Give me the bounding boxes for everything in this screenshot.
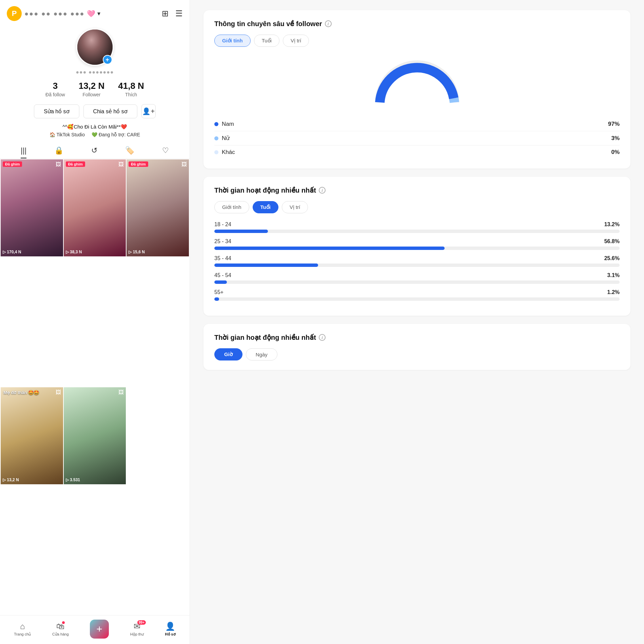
gender-name-nu: Nữ [222, 135, 230, 142]
nav-profile-label: Hồ sơ [165, 632, 176, 637]
nav-store-label: Cửa hàng [52, 632, 69, 637]
likes-label: Thích [125, 92, 137, 97]
gender-pct-khac: 0% [611, 149, 620, 156]
image-icon: 🖼 [118, 389, 124, 395]
bio-tiktok-link[interactable]: 🏠 TikTok Studio [50, 132, 85, 137]
activity-title: Thời gian hoạt động nhiều nhất i [214, 186, 620, 194]
filter-tab-age[interactable]: Tuổi [254, 35, 279, 47]
age-bar-bg-55plus [214, 297, 620, 301]
time-tab-day[interactable]: Ngày [246, 348, 277, 360]
video-card[interactable]: Đã ghim 🖼 ▷ 170,4 N [1, 159, 63, 256]
pinned-badge: Đã ghim [3, 161, 22, 167]
age-label-18-24: 18 - 24 [214, 221, 231, 228]
tab-liked[interactable]: ♡ [162, 146, 169, 158]
follower-info-icon[interactable]: i [325, 20, 332, 27]
username-emoji: 🩷 [87, 9, 95, 18]
calendar-icon[interactable]: ⊞ [162, 9, 169, 18]
video-card[interactable]: Đã ghim 🖼 ▷ 15,6 N [126, 159, 189, 256]
likes-count: 41,8 N [118, 81, 144, 91]
nav-create[interactable]: + [90, 620, 109, 639]
activity-filter-tabs: Giới tính Tuổi Vị trí [214, 201, 620, 213]
create-button[interactable]: + [90, 620, 109, 639]
activity-title-text: Thời gian hoạt động nhiều nhất [214, 186, 316, 194]
gender-name-khac: Khác [222, 149, 235, 156]
activity-card-age: Thời gian hoạt động nhiều nhất i Giới tí… [203, 177, 630, 316]
age-label-55plus: 55+ [214, 289, 223, 295]
gender-row-nu: Nữ 3% [214, 131, 620, 145]
gender-left-khac: Khác [214, 149, 235, 156]
age-pct-55plus: 1.2% [607, 289, 620, 295]
pinned-badge: Đã ghim [129, 161, 148, 167]
activity-tab-age[interactable]: Tuổi [253, 201, 278, 213]
chevron-down-icon[interactable]: ▾ [97, 10, 100, 17]
left-panel: P ●●● ●● ●●● ●●● 🩷 ▾ ⊞ ☰ + ●●● ●●●●●●● 3… [0, 0, 190, 644]
edit-profile-button[interactable]: Sửa hồ sơ [34, 104, 79, 118]
age-bar-bg-35-44 [214, 264, 620, 267]
video-views: ▷ 38,3 N [66, 250, 82, 254]
tab-private[interactable]: 🔒 [54, 146, 63, 158]
video-card[interactable]: 🖼 ▷ 3.531 [64, 387, 126, 484]
followers-label: Follower [83, 92, 101, 97]
activity2-info-icon[interactable]: i [319, 334, 326, 341]
age-bar-fill-18-24 [214, 230, 268, 233]
video-card[interactable]: Mẹ đơ thân 🤩🤩 🖼 ▷ 13,2 N [1, 387, 63, 484]
filter-tab-location[interactable]: Vị trí [283, 35, 309, 47]
activity2-title: Thời gian hoạt động nhiều nhất i [214, 333, 620, 341]
age-pct-35-44: 25.6% [604, 255, 620, 261]
nav-store[interactable]: 🛍 Cửa hàng [52, 622, 69, 637]
video-views: ▷ 13,2 N [3, 477, 19, 482]
video-title: Mẹ đơ thân 🤩🤩 [3, 390, 39, 395]
p-badge: P [7, 6, 22, 21]
video-views: ▷ 3.531 [66, 477, 80, 482]
age-bar-bg-45-54 [214, 280, 620, 284]
video-card[interactable]: Đã ghim 🖼 ▷ 38,3 N [64, 159, 126, 256]
tab-tagged[interactable]: 🏷️ [125, 146, 134, 158]
bio-text: ^^🥰Cho Đi Là Còn Mãi**❤️ [50, 124, 140, 130]
nav-inbox[interactable]: ✉ 99+ Hộp thư [130, 622, 144, 637]
avatar-plus-button[interactable]: + [103, 55, 112, 64]
store-icon-wrap: 🛍 [56, 622, 64, 631]
activity-info-icon[interactable]: i [319, 187, 326, 194]
bio-care-link[interactable]: 💚 Đang hỗ trợ: CARE [92, 132, 140, 137]
bio-section: ^^🥰Cho Đi Là Còn Mãi**❤️ 🏠 TikTok Studio… [50, 124, 140, 137]
menu-icon[interactable]: ☰ [175, 9, 183, 18]
image-icon: 🖼 [56, 389, 61, 395]
follower-title-text: Thông tin chuyên sâu về follower [214, 20, 322, 28]
gender-pct-nam: 97% [608, 121, 620, 128]
filter-tab-gender[interactable]: Giới tính [214, 35, 251, 47]
gender-dot-nam [214, 122, 218, 126]
time-tab-hour[interactable]: Giờ [214, 348, 242, 360]
nav-home[interactable]: ⌂ Trang chủ [14, 622, 31, 637]
content-tab-bar: ||| 🔒 ↺ 🏷️ ♡ [0, 143, 190, 159]
tab-videos[interactable]: ||| [21, 146, 26, 158]
video-views: ▷ 170,4 N [3, 250, 21, 254]
activity-tab-location[interactable]: Vị trí [282, 201, 308, 213]
activity2-title-text: Thời gian hoạt động nhiều nhất [214, 333, 316, 341]
gender-row-nam: Nam 97% [214, 117, 620, 131]
age-row-35-44: 35 - 44 25.6% [214, 255, 620, 267]
follower-filter-tabs: Giới tính Tuổi Vị trí [214, 35, 620, 47]
activity-tab-gender[interactable]: Giới tính [214, 201, 249, 213]
image-icon: 🖼 [181, 161, 187, 168]
top-bar-left: P ●●● ●● ●●● ●●● 🩷 ▾ [7, 6, 100, 21]
age-bar-fill-35-44 [214, 264, 318, 267]
age-bars: 18 - 24 13.2% 25 - 34 56.8% [214, 221, 620, 301]
tab-reposts[interactable]: ↺ [91, 146, 97, 158]
gender-left-nu: Nữ [214, 135, 230, 142]
gender-left-nam: Nam [214, 121, 234, 128]
add-user-button[interactable]: 👤+ [141, 104, 156, 118]
donut-chart-wrap [214, 55, 620, 109]
image-icon: 🖼 [56, 161, 61, 168]
stats-row: 3 Đã follow 13,2 N Follower 41,8 N Thích [45, 81, 144, 97]
age-bar-fill-25-34 [214, 247, 445, 250]
image-icon: 🖼 [118, 161, 124, 168]
time-tabs: Giờ Ngày [214, 348, 620, 360]
profile-section: + ●●● ●●●●●●● 3 Đã follow 13,2 N Followe… [0, 25, 190, 140]
donut-chart [373, 55, 461, 109]
video-views: ▷ 15,6 N [129, 250, 145, 254]
nav-profile[interactable]: 👤 Hồ sơ [165, 622, 176, 637]
video-grid: Đã ghim 🖼 ▷ 170,4 N Đã ghim 🖼 ▷ 38,3 N Đ… [0, 159, 190, 615]
share-profile-button[interactable]: Chia sẻ hồ sơ [83, 104, 137, 118]
home-icon: ⌂ [20, 622, 25, 631]
followers-count: 13,2 N [79, 81, 105, 91]
